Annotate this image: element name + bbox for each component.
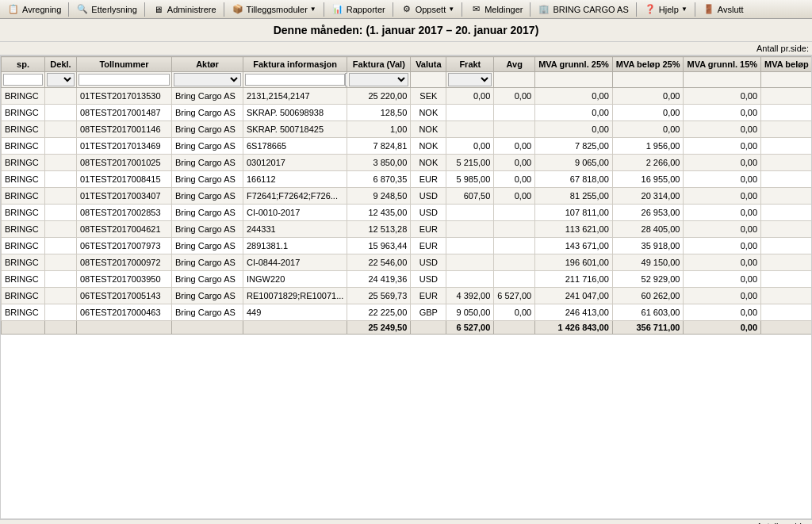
- tilleggsmoduler-icon: 📦: [232, 3, 244, 16]
- sep3: [224, 2, 224, 17]
- filter-toll-input[interactable]: [79, 74, 170, 86]
- filter-m15g: [684, 72, 761, 88]
- sep4: [324, 2, 324, 17]
- filter-aktor: [172, 72, 243, 88]
- sep8: [636, 2, 637, 17]
- hjelp-icon: ❓: [644, 3, 657, 16]
- filter-m25g: [535, 72, 613, 88]
- page-title: Denne måneden: (1. januar 2017 – 20. jan…: [274, 24, 539, 36]
- menu-rapporter[interactable]: 📊 Rapporter: [326, 1, 391, 18]
- hjelp-arrow: ▼: [681, 6, 688, 13]
- table-row[interactable]: BRINGC06TEST2017000463Bring Cargo AS4492…: [2, 304, 813, 321]
- menu-bring-cargo-label: BRING CARGO AS: [553, 5, 628, 14]
- main-table-container: sp. Dekl. Tollnummer Aktør Faktura infor…: [0, 55, 812, 519]
- menu-meldinger[interactable]: ✉ Meldinger: [464, 1, 528, 18]
- filter-fval-select[interactable]: [349, 73, 408, 86]
- menu-oppsett-label: Oppsett: [416, 5, 446, 14]
- bring-cargo-icon: 🏢: [538, 3, 550, 16]
- antall-top-row: Antall pr.side:: [0, 42, 812, 55]
- filter-aktor-select[interactable]: [174, 73, 241, 86]
- col-avg: Avg: [494, 57, 535, 72]
- col-mva15g: MVA grunnl. 15%: [684, 57, 761, 72]
- tilleggsmoduler-arrow: ▼: [310, 6, 316, 13]
- header-row: sp. Dekl. Tollnummer Aktør Faktura infor…: [2, 57, 813, 72]
- filter-frakt-select[interactable]: [448, 73, 492, 86]
- filter-sp: [2, 72, 45, 88]
- filter-dekl: [45, 72, 77, 88]
- filter-fi-input[interactable]: [245, 74, 345, 86]
- menu-etterlysning-label: Etterlysning: [91, 5, 136, 14]
- menu-oppsett[interactable]: ⚙ Oppsett ▼: [395, 1, 460, 18]
- title-bar: Denne måneden: (1. januar 2017 – 20. jan…: [0, 19, 812, 42]
- col-faktura-val: Faktura (Val): [347, 57, 411, 72]
- table-row[interactable]: BRINGC08TEST2017001146Bring Cargo ASSKRA…: [2, 121, 813, 138]
- main-table: sp. Dekl. Tollnummer Aktør Faktura infor…: [1, 56, 812, 335]
- col-sp: sp.: [2, 57, 45, 72]
- sep7: [530, 2, 530, 17]
- menu-avregning-label: Avregning: [22, 5, 61, 14]
- filter-m15b: [761, 72, 812, 88]
- menu-administrere[interactable]: 🖥 Administrere: [147, 1, 222, 18]
- antall-bottom-row: Antall pr.side:: [0, 519, 812, 524]
- table-row[interactable]: BRINGC01TEST2017013530Bring Cargo AS2131…: [2, 88, 813, 105]
- table-row[interactable]: BRINGC06TEST2017005143Bring Cargo ASRE10…: [2, 288, 813, 304]
- table-row[interactable]: BRINGC08TEST2017000972Bring Cargo ASCI-0…: [2, 254, 813, 271]
- col-dekl: Dekl.: [45, 57, 77, 72]
- filter-valuta: [411, 72, 446, 88]
- menu-hjelp[interactable]: ❓ Hjelp ▼: [638, 1, 693, 18]
- oppsett-icon: ⚙: [400, 3, 413, 16]
- menu-avslutt-label: Avslutt: [718, 5, 744, 14]
- filter-toll: [77, 72, 172, 88]
- rapporter-icon: 📊: [331, 3, 344, 16]
- table-row[interactable]: BRINGC08TEST2017003950Bring Cargo ASINGW…: [2, 271, 813, 288]
- col-tollnummer: Tollnummer: [77, 57, 172, 72]
- col-frakt: Frakt: [446, 57, 494, 72]
- table-row[interactable]: BRINGC06TEST2017007973Bring Cargo AS2891…: [2, 238, 813, 254]
- menu-avslutt[interactable]: 🚪 Avslutt: [697, 1, 749, 18]
- sep6: [462, 2, 462, 17]
- menu-tilleggsmoduler-label: Tilleggsmoduler: [247, 5, 308, 14]
- antall-top-label: Antall pr.side:: [756, 44, 809, 53]
- col-mva25g: MVA grunnl. 25%: [535, 57, 613, 72]
- avregning-icon: 📋: [7, 3, 20, 16]
- menu-bar: 📋 Avregning 🔍 Etterlysning 🖥 Administrer…: [0, 0, 812, 19]
- filter-row: ▼: [2, 72, 813, 88]
- menu-tilleggsmoduler[interactable]: 📦 Tilleggsmoduler ▼: [226, 1, 322, 18]
- filter-fval: [347, 72, 411, 88]
- table-row[interactable]: BRINGC08TEST2017004621Bring Cargo AS2443…: [2, 221, 813, 238]
- table-row[interactable]: BRINGC01TEST2017013469Bring Cargo AS6S17…: [2, 138, 813, 155]
- table-body: BRINGC01TEST2017013530Bring Cargo AS2131…: [2, 88, 813, 335]
- sep1: [68, 2, 69, 17]
- avslutt-icon: 🚪: [703, 3, 715, 16]
- sep9: [695, 2, 695, 17]
- sep2: [144, 2, 145, 17]
- col-valuta: Valuta: [411, 57, 446, 72]
- menu-etterlysning[interactable]: 🔍 Etterlysning: [71, 1, 142, 18]
- menu-bring-cargo[interactable]: 🏢 BRING CARGO AS: [532, 1, 634, 18]
- totals-row: 25 249,506 527,001 426 843,00356 711,000…: [2, 321, 813, 335]
- col-aktor: Aktør: [172, 57, 243, 72]
- menu-hjelp-label: Hjelp: [659, 5, 679, 14]
- filter-avg: [494, 72, 535, 88]
- menu-administrere-label: Administrere: [167, 5, 216, 14]
- administrere-icon: 🖥: [152, 3, 165, 16]
- filter-m25b: [612, 72, 684, 88]
- col-faktura-info: Faktura informasjon: [243, 57, 347, 72]
- col-mva15b: MVA beløp 15%: [761, 57, 812, 72]
- filter-sp-input[interactable]: [3, 74, 43, 86]
- oppsett-arrow: ▼: [448, 6, 454, 13]
- table-row[interactable]: BRINGC01TEST2017003407Bring Cargo ASF726…: [2, 188, 813, 205]
- table-row[interactable]: BRINGC08TEST2017001025Bring Cargo AS0301…: [2, 155, 813, 171]
- filter-dekl-select[interactable]: [47, 73, 75, 86]
- table-row[interactable]: BRINGC01TEST2017008415Bring Cargo AS1661…: [2, 171, 813, 188]
- etterlysning-icon: 🔍: [76, 3, 89, 16]
- filter-frakt: [446, 72, 494, 88]
- sep5: [393, 2, 393, 17]
- col-mva25b: MVA beløp 25%: [612, 57, 684, 72]
- filter-faktura-info: ▼: [243, 72, 347, 88]
- menu-meldinger-label: Meldinger: [485, 5, 523, 14]
- table-row[interactable]: BRINGC08TEST2017002853Bring Cargo ASCI-0…: [2, 205, 813, 221]
- table-row[interactable]: BRINGC08TEST2017001487Bring Cargo ASSKRA…: [2, 105, 813, 121]
- menu-avregning[interactable]: 📋 Avregning: [2, 1, 67, 18]
- meldinger-icon: ✉: [469, 3, 482, 16]
